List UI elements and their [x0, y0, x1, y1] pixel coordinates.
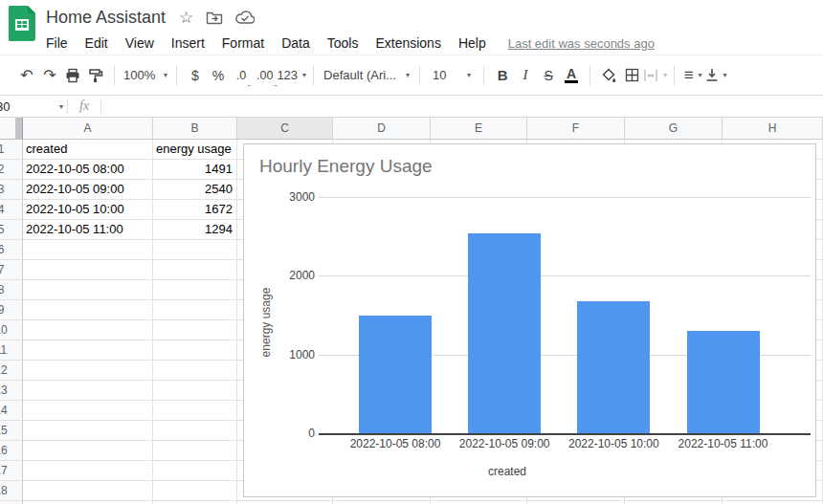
- column-header-e[interactable]: E: [431, 118, 527, 140]
- row-header-15[interactable]: 15: [0, 421, 23, 441]
- more-formats-button[interactable]: 123▾: [277, 63, 306, 88]
- menu-tools[interactable]: Tools: [319, 33, 367, 53]
- cell-B13[interactable]: [153, 381, 237, 401]
- column-header-d[interactable]: D: [333, 118, 431, 140]
- print-button[interactable]: [61, 63, 84, 88]
- zoom-select[interactable]: 100%▾: [122, 63, 169, 88]
- redo-button[interactable]: ↷: [38, 63, 61, 88]
- cell-B3[interactable]: 2540: [153, 180, 237, 200]
- document-title[interactable]: Home Assistant: [46, 8, 166, 28]
- row-header-12[interactable]: 12: [0, 361, 23, 381]
- italic-button[interactable]: I: [514, 63, 537, 88]
- cell-B7[interactable]: [153, 260, 237, 280]
- menu-format[interactable]: Format: [213, 33, 273, 53]
- star-icon[interactable]: ☆: [179, 8, 193, 28]
- column-header-c[interactable]: C: [237, 118, 333, 140]
- menu-extensions[interactable]: Extensions: [367, 33, 449, 53]
- cell-A13[interactable]: [23, 381, 153, 401]
- cell-A17[interactable]: [23, 461, 153, 481]
- cell-A12[interactable]: [23, 361, 153, 381]
- menu-insert[interactable]: Insert: [163, 33, 213, 53]
- cell-B6[interactable]: [153, 240, 237, 260]
- row-header-4[interactable]: 4: [0, 200, 23, 220]
- formula-input[interactable]: [101, 96, 823, 117]
- paint-format-button[interactable]: [84, 63, 107, 88]
- move-to-folder-icon[interactable]: [206, 10, 223, 25]
- cell-B17[interactable]: [153, 461, 237, 481]
- cell-A11[interactable]: [23, 340, 153, 361]
- name-box[interactable]: 30 ▾: [0, 96, 67, 117]
- last-edit-status[interactable]: Last edit was seconds ago: [508, 36, 655, 51]
- row-header-16[interactable]: 16: [0, 441, 23, 461]
- fill-color-button[interactable]: [597, 63, 620, 88]
- column-header-f[interactable]: F: [527, 118, 625, 140]
- menu-file[interactable]: File: [37, 33, 77, 53]
- row-header-14[interactable]: 14: [0, 401, 23, 421]
- strikethrough-button[interactable]: S: [537, 63, 560, 88]
- cell-B4[interactable]: 1672: [153, 200, 237, 220]
- cell-A9[interactable]: [23, 300, 153, 320]
- row-header-17[interactable]: 17: [0, 461, 23, 481]
- cell-A7[interactable]: [23, 260, 153, 280]
- undo-button[interactable]: ↶: [15, 63, 38, 88]
- cell-A5[interactable]: 2022-10-05 11:00: [23, 220, 153, 240]
- increase-decimal-button[interactable]: .00→: [253, 63, 277, 88]
- select-all-corner[interactable]: [0, 118, 23, 140]
- cell-B11[interactable]: [153, 340, 237, 361]
- row-header-11[interactable]: 11: [0, 340, 23, 361]
- cell-B5[interactable]: 1294: [153, 220, 237, 240]
- format-percent-button[interactable]: %: [207, 63, 230, 88]
- cell-B14[interactable]: [153, 401, 237, 421]
- cell-A18[interactable]: [23, 481, 153, 501]
- row-header-7[interactable]: 7: [0, 260, 23, 280]
- cell-B18[interactable]: [153, 481, 237, 501]
- cell-A14[interactable]: [23, 401, 153, 421]
- cell-B16[interactable]: [153, 441, 237, 461]
- row-header-9[interactable]: 9: [0, 300, 23, 320]
- menu-edit[interactable]: Edit: [77, 33, 117, 53]
- cell-B8[interactable]: [153, 280, 237, 300]
- cell-A10[interactable]: [23, 320, 153, 340]
- column-header-h[interactable]: H: [723, 118, 823, 140]
- cell-A6[interactable]: [23, 240, 153, 260]
- embedded-chart[interactable]: Hourly Energy Usage energy usage created…: [243, 143, 816, 497]
- column-header-b[interactable]: B: [153, 118, 237, 140]
- menu-view[interactable]: View: [117, 33, 163, 53]
- row-header-13[interactable]: 13: [0, 381, 23, 401]
- cell-A8[interactable]: [23, 280, 153, 300]
- row-header-5[interactable]: 5: [0, 220, 23, 240]
- cell-A15[interactable]: [23, 421, 153, 441]
- menu-data[interactable]: Data: [273, 33, 319, 53]
- row-header-6[interactable]: 6: [0, 240, 23, 260]
- font-family-select[interactable]: Default (Ari...▾: [321, 63, 412, 88]
- column-header-a[interactable]: A: [23, 118, 153, 140]
- cloud-saved-icon[interactable]: [235, 11, 255, 25]
- cell-A2[interactable]: 2022-10-05 08:00: [23, 160, 153, 180]
- row-header-8[interactable]: 8: [0, 280, 23, 300]
- cell-A16[interactable]: [23, 441, 153, 461]
- sheets-logo-icon[interactable]: [9, 6, 35, 41]
- cell-A3[interactable]: 2022-10-05 09:00: [23, 180, 153, 200]
- row-header-1[interactable]: 1: [0, 140, 23, 160]
- cell-B10[interactable]: [153, 320, 237, 340]
- font-size-select[interactable]: 10▾: [427, 63, 477, 88]
- decrease-decimal-button[interactable]: .0←: [230, 63, 253, 88]
- bold-button[interactable]: B: [491, 63, 514, 88]
- cell-A4[interactable]: 2022-10-05 10:00: [23, 200, 153, 220]
- cell-A1[interactable]: created: [23, 140, 153, 160]
- text-color-button[interactable]: A: [560, 63, 583, 88]
- merge-cells-button[interactable]: ▾: [643, 63, 667, 88]
- column-header-g[interactable]: G: [625, 118, 723, 140]
- row-header-2[interactable]: 2: [0, 160, 23, 180]
- cell-B2[interactable]: 1491: [153, 160, 237, 180]
- row-header-18[interactable]: 18: [0, 481, 23, 501]
- menu-help[interactable]: Help: [450, 33, 495, 53]
- borders-button[interactable]: [620, 63, 643, 88]
- cell-B12[interactable]: [153, 361, 237, 381]
- row-header-10[interactable]: 10: [0, 320, 23, 340]
- vertical-align-button[interactable]: ▾: [704, 63, 727, 88]
- cell-B9[interactable]: [153, 300, 237, 320]
- cell-B15[interactable]: [153, 421, 237, 441]
- row-header-3[interactable]: 3: [0, 180, 23, 200]
- format-currency-button[interactable]: $: [184, 63, 207, 88]
